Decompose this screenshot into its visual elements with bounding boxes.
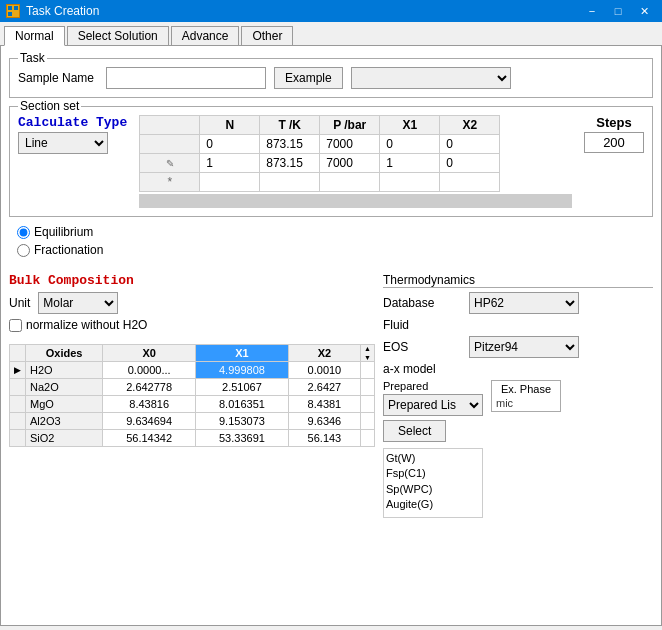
x0-val[interactable]: 2.642778 <box>103 379 196 396</box>
normalize-checkbox[interactable] <box>9 319 22 332</box>
unit-select[interactable]: Molar Weight Volume <box>38 292 118 314</box>
database-label: Database <box>383 296 463 310</box>
row-x2[interactable] <box>440 173 500 192</box>
task-group: Task Sample Name Example Option1 Option2 <box>9 58 653 98</box>
prepared-select[interactable]: Prepared Lis <box>383 394 483 416</box>
row-n[interactable] <box>200 173 260 192</box>
oxide-name: H2O <box>26 362 103 379</box>
bulk-row-al2o3: Al2O3 9.634694 9.153073 9.6346 <box>10 413 375 430</box>
h-scrollbar[interactable] <box>139 194 572 208</box>
row-n[interactable]: 1 <box>200 154 260 173</box>
radio-fractionation[interactable]: Fractionation <box>17 243 653 257</box>
row-p[interactable] <box>320 173 380 192</box>
x0-val[interactable]: 8.43816 <box>103 396 196 413</box>
x0-val[interactable]: 56.14342 <box>103 430 196 447</box>
minimize-button[interactable]: − <box>580 3 604 19</box>
phase-item[interactable]: Fsp(C1) <box>386 466 480 481</box>
main-content: Task Sample Name Example Option1 Option2… <box>0 46 662 626</box>
table-row: ✎ 1 873.15 7000 1 0 <box>140 154 500 173</box>
fluid-row: Fluid <box>383 318 653 332</box>
x0-val[interactable]: 0.0000... <box>103 362 196 379</box>
row-x2[interactable]: 0 <box>440 135 500 154</box>
svg-rect-1 <box>8 6 12 10</box>
col-header-x1: X1 <box>380 116 440 135</box>
tab-select-solution[interactable]: Select Solution <box>67 26 169 45</box>
phase-item[interactable]: Gt(W) <box>386 451 480 466</box>
calc-type-select[interactable]: Line Grid Point <box>18 132 108 154</box>
row-t[interactable]: 873.15 <box>260 135 320 154</box>
x1-val[interactable]: 4.999808 <box>196 362 289 379</box>
x1-val[interactable]: 2.51067 <box>196 379 289 396</box>
x1-val[interactable]: 9.153073 <box>196 413 289 430</box>
section-table: N T /K P /bar X1 X2 0 873.15 7000 <box>139 115 500 192</box>
row-p[interactable]: 7000 <box>320 135 380 154</box>
ax-model-row: Prepared Prepared Lis Select Gt(W) Fsp(C <box>383 380 653 518</box>
oxide-name: SiO2 <box>26 430 103 447</box>
svg-rect-2 <box>14 6 18 10</box>
sample-name-label: Sample Name <box>18 71 98 85</box>
maximize-button[interactable]: □ <box>606 3 630 19</box>
row-x1[interactable] <box>380 173 440 192</box>
close-button[interactable]: ✕ <box>632 3 656 19</box>
radio-equilibrium-input[interactable] <box>17 226 30 239</box>
row-x1[interactable]: 1 <box>380 154 440 173</box>
ax-model-section: a-x model Prepared Prepared Lis Select <box>383 362 653 518</box>
x1-val[interactable]: 8.016351 <box>196 396 289 413</box>
x0-val[interactable]: 9.634694 <box>103 413 196 430</box>
row-arrow <box>10 396 26 413</box>
app-icon <box>6 4 20 18</box>
radio-group: Equilibrium Fractionation <box>17 225 653 257</box>
row-arrow: ▶ <box>10 362 26 379</box>
bulk-row-sio2: SiO2 56.14342 53.33691 56.143 <box>10 430 375 447</box>
row-x1[interactable]: 0 <box>380 135 440 154</box>
section-set: Section set Calculate Type Line Grid Poi… <box>9 106 653 217</box>
bulk-row-mgo: MgO 8.43816 8.016351 8.4381 <box>10 396 375 413</box>
x2-val[interactable]: 8.4381 <box>288 396 360 413</box>
bulk-composition-section: Bulk Composition Unit Molar Weight Volum… <box>9 273 375 524</box>
unit-row: Unit Molar Weight Volume <box>9 292 375 314</box>
phase-item[interactable]: Augite(G) <box>386 497 480 512</box>
database-row: Database HP62 HP633 JN <box>383 292 653 314</box>
radio-fractionation-input[interactable] <box>17 244 30 257</box>
steps-input[interactable] <box>584 132 644 153</box>
radio-equilibrium[interactable]: Equilibrium <box>17 225 653 239</box>
tab-normal[interactable]: Normal <box>4 26 65 46</box>
x2-val[interactable]: 2.6427 <box>288 379 360 396</box>
task-row: Sample Name Example Option1 Option2 <box>18 67 644 89</box>
thermodynamics-section: Thermodynamics Database HP62 HP633 JN Fl… <box>383 273 653 524</box>
x2-val[interactable]: 0.0010 <box>288 362 360 379</box>
x2-val[interactable]: 9.6346 <box>288 413 360 430</box>
eos-row: EOS Pitzer94 HKF DEW <box>383 336 653 358</box>
row-n[interactable]: 0 <box>200 135 260 154</box>
col-header-n: N <box>200 116 260 135</box>
eos-select[interactable]: Pitzer94 HKF DEW <box>469 336 579 358</box>
row-p[interactable]: 7000 <box>320 154 380 173</box>
row-x2[interactable]: 0 <box>440 154 500 173</box>
normalize-label: normalize without H2O <box>26 318 147 332</box>
row-t[interactable] <box>260 173 320 192</box>
ex-phase-section: Ex. Phase mic <box>491 380 561 412</box>
row-arrow <box>10 430 26 447</box>
col-x0: X0 <box>103 345 196 362</box>
select-button[interactable]: Select <box>383 420 446 442</box>
tab-advance[interactable]: Advance <box>171 26 240 45</box>
oxide-name: Na2O <box>26 379 103 396</box>
col-x2: X2 <box>288 345 360 362</box>
x2-val[interactable]: 56.143 <box>288 430 360 447</box>
oxide-name: MgO <box>26 396 103 413</box>
x1-val[interactable]: 53.33691 <box>196 430 289 447</box>
phase-item[interactable]: Sp(WPC) <box>386 482 480 497</box>
bulk-scroll[interactable]: ▲ ▼ <box>361 345 375 362</box>
row-t[interactable]: 873.15 <box>260 154 320 173</box>
col-arrow <box>10 345 26 362</box>
table-row: * <box>140 173 500 192</box>
bulk-row-na2o: Na2O 2.642778 2.51067 2.6427 <box>10 379 375 396</box>
col-header-p: P /bar <box>320 116 380 135</box>
tab-other[interactable]: Other <box>241 26 293 45</box>
example-select[interactable]: Option1 Option2 <box>351 67 511 89</box>
database-select[interactable]: HP62 HP633 JN <box>469 292 579 314</box>
sample-name-input[interactable] <box>106 67 266 89</box>
title-bar: Task Creation − □ ✕ <box>0 0 662 22</box>
phase-list-container: Gt(W) Fsp(C1) Sp(WPC) Augite(G) <box>383 448 483 518</box>
example-button[interactable]: Example <box>274 67 343 89</box>
